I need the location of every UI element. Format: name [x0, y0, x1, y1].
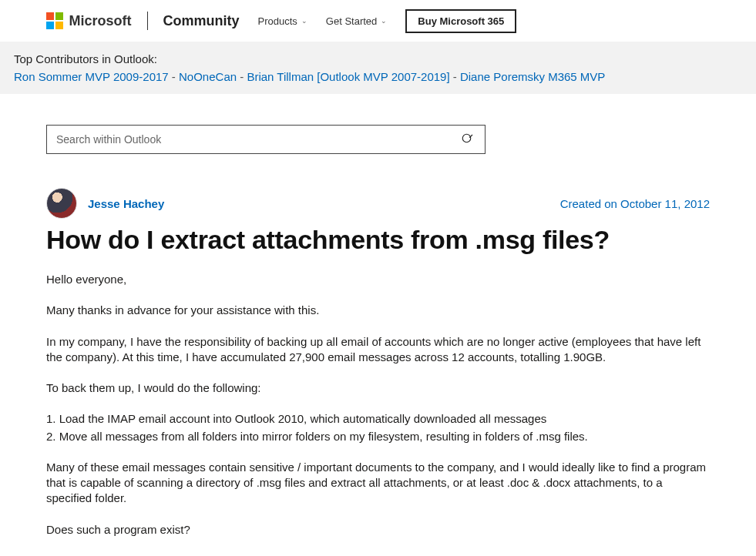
- paragraph: Does such a program exist?: [46, 522, 710, 538]
- chevron-down-icon: ⌄: [301, 17, 307, 25]
- search-box: [46, 125, 486, 154]
- search-section: [46, 125, 710, 154]
- created-date: Created on October 11, 2012: [560, 197, 710, 210]
- contributor-link[interactable]: Ron Sommer MVP 2009-2017: [14, 70, 169, 83]
- search-button[interactable]: [451, 132, 485, 146]
- avatar[interactable]: [46, 188, 77, 219]
- separator: -: [240, 70, 244, 83]
- nav-products[interactable]: Products ⌄: [258, 15, 307, 27]
- site-header: Microsoft Community Products ⌄ Get Start…: [0, 0, 756, 42]
- top-contributors-bar: Top Contributors in Outlook: Ron Sommer …: [0, 42, 756, 94]
- paragraph: In my company, I have the responsibility…: [46, 334, 710, 366]
- brand-label: Microsoft: [69, 13, 132, 29]
- microsoft-logo[interactable]: Microsoft: [46, 12, 132, 29]
- paragraph: Thanks again everyone. (:: [46, 553, 710, 556]
- svg-point-0: [462, 134, 471, 142]
- search-input[interactable]: [47, 133, 451, 146]
- list-item: 1. Load the IMAP email account into Outl…: [46, 411, 710, 427]
- author-block: Jesse Hachey: [46, 188, 164, 219]
- contributor-link[interactable]: Brian Tillman [Outlook MVP 2007-2019]: [247, 70, 449, 83]
- chevron-down-icon: ⌄: [381, 17, 387, 25]
- paragraph: Many thanks in advance for your assistan…: [46, 303, 710, 318]
- post-header: Jesse Hachey Created on October 11, 2012: [46, 188, 710, 219]
- author-link[interactable]: Jesse Hachey: [88, 197, 164, 210]
- separator: -: [172, 70, 176, 83]
- contributor-link[interactable]: Diane Poremsky M365 MVP: [460, 70, 605, 83]
- paragraph: Hello everyone,: [46, 272, 710, 287]
- nav-get-started[interactable]: Get Started ⌄: [326, 15, 387, 27]
- community-link[interactable]: Community: [163, 13, 240, 29]
- top-contributors-label: Top Contributors in Outlook:: [14, 52, 157, 65]
- buy-microsoft-365-button[interactable]: Buy Microsoft 365: [405, 9, 516, 33]
- separator: -: [453, 70, 457, 83]
- nav-products-label: Products: [258, 15, 297, 27]
- contributors-list: Ron Sommer MVP 2009-2017 - NoOneCan - Br…: [14, 70, 605, 83]
- microsoft-icon: [46, 12, 63, 29]
- post-title: How do I extract attachments from .msg f…: [46, 225, 710, 255]
- list-item: 2. Move all messages from all folders in…: [46, 429, 710, 444]
- paragraph: Many of these email messages contain sen…: [46, 460, 710, 507]
- nav-get-started-label: Get Started: [326, 15, 377, 27]
- post-body: Hello everyone, Many thanks in advance f…: [46, 272, 710, 556]
- contributor-link[interactable]: NoOneCan: [179, 70, 237, 83]
- divider: [147, 12, 148, 30]
- paragraph: To back them up, I would do the followin…: [46, 380, 710, 396]
- question-post: Jesse Hachey Created on October 11, 2012…: [46, 188, 710, 556]
- search-icon: [461, 132, 475, 146]
